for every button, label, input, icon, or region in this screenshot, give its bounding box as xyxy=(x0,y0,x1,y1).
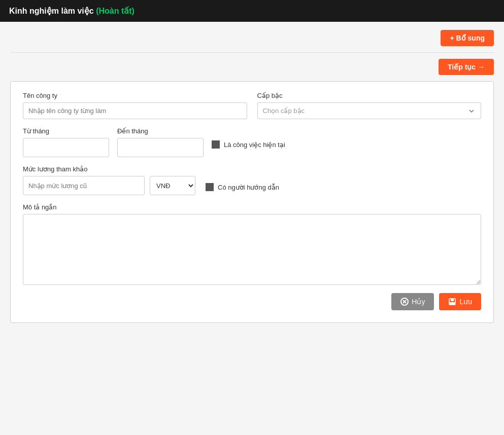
company-input[interactable] xyxy=(23,102,247,119)
currency-group: VNĐ USD EUR xyxy=(150,165,195,195)
company-label: Tên công ty xyxy=(23,92,247,99)
hien-tai-checkbox-group: Là công việc hiện tại xyxy=(212,140,285,149)
den-thang-group: Đến tháng xyxy=(117,127,204,157)
header-status: (Hoàn tất) xyxy=(96,7,135,15)
luu-label: Lưu xyxy=(459,298,472,306)
huy-label: Hủy xyxy=(412,298,425,306)
tu-thang-input[interactable] xyxy=(23,138,109,157)
save-icon xyxy=(448,298,456,306)
den-thang-input[interactable] xyxy=(117,138,204,157)
company-group: Tên công ty xyxy=(23,92,247,119)
huong-dan-checkbox-group: Có người hướng dẫn xyxy=(206,183,279,195)
tu-thang-group: Từ tháng xyxy=(23,127,109,157)
cap-bac-label: Cấp bậc xyxy=(257,92,482,99)
cancel-icon xyxy=(400,298,409,306)
mo-ta-group: Mô tả ngắn xyxy=(23,203,481,285)
experience-form-card: Tên công ty Cấp bậc Chọn cấp bậc Từ thán… xyxy=(10,81,494,323)
form-actions: Hủy Lưu xyxy=(23,293,481,310)
hien-tai-checkbox[interactable] xyxy=(212,140,220,149)
page-header: Kinh nghiệm làm việc (Hoàn tất) xyxy=(0,0,504,22)
svg-rect-3 xyxy=(450,302,455,305)
huy-button[interactable]: Hủy xyxy=(391,293,434,310)
cap-bac-select[interactable]: Chọn cấp bậc xyxy=(257,102,482,119)
mo-ta-label: Mô tả ngắn xyxy=(23,203,481,211)
svg-rect-1 xyxy=(451,299,454,301)
salary-group: Mức lương tham khảo xyxy=(23,165,145,195)
mo-ta-textarea[interactable] xyxy=(23,214,481,285)
den-thang-label: Đến tháng xyxy=(117,127,204,135)
header-title: Kinh nghiệm làm việc xyxy=(9,7,94,15)
huong-dan-checkbox[interactable] xyxy=(206,183,214,191)
bo-sung-button[interactable]: + Bổ sung xyxy=(441,30,494,46)
hien-tai-label: Là công việc hiện tại xyxy=(224,141,285,149)
huong-dan-label: Có người hướng dẫn xyxy=(218,184,279,191)
currency-label-spacer xyxy=(150,165,195,173)
luu-button[interactable]: Lưu xyxy=(439,293,481,310)
divider xyxy=(10,52,494,53)
tiep-tuc-button[interactable]: Tiếp tục → xyxy=(439,59,494,75)
cap-bac-group: Cấp bậc Chọn cấp bậc xyxy=(257,92,482,119)
salary-label: Mức lương tham khảo xyxy=(23,165,145,173)
currency-select[interactable]: VNĐ USD EUR xyxy=(150,176,195,195)
salary-input[interactable] xyxy=(23,176,145,195)
tu-thang-label: Từ tháng xyxy=(23,127,109,135)
